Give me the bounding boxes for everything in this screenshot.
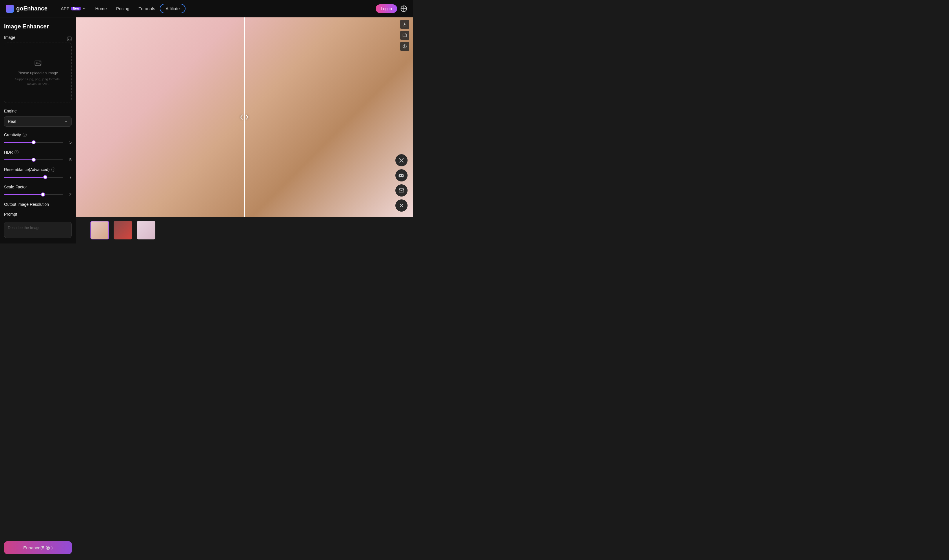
discord-button[interactable]	[395, 169, 408, 182]
info-icon[interactable]: ?	[14, 150, 18, 154]
svg-rect-15	[399, 189, 404, 192]
svg-point-3	[68, 39, 69, 40]
download-button[interactable]	[400, 20, 409, 29]
scale-factor-slider[interactable]	[4, 194, 63, 195]
creativity-slider[interactable]	[4, 142, 63, 143]
chevron-right-icon	[245, 114, 249, 120]
login-button[interactable]: Log in	[376, 5, 397, 13]
prompt-label: Prompt	[4, 212, 72, 217]
thumbnail-1[interactable]	[91, 221, 109, 239]
resemblance-label: Resemblance(Advanced)	[4, 167, 49, 172]
svg-rect-0	[67, 37, 71, 41]
nav-affiliate[interactable]: Affiliate	[160, 4, 186, 13]
upload-text: Please upload an image	[18, 71, 58, 75]
upload-hint: Supports jpg, png, jpeg formats, maximum…	[5, 77, 71, 86]
logo-text: goEnhance	[16, 5, 48, 12]
page-title: Image Enhancer	[4, 23, 72, 30]
compare-handle[interactable]	[240, 114, 249, 120]
add-image-icon	[402, 33, 407, 38]
engine-label: Engine	[4, 109, 72, 113]
nav-app[interactable]: APP New	[56, 4, 91, 13]
thumbnail-2[interactable]	[114, 221, 132, 239]
image-label: Image	[4, 35, 15, 40]
x-icon	[399, 158, 404, 163]
new-badge: New	[71, 7, 81, 11]
resemblance-value: 7	[67, 175, 72, 179]
close-icon	[399, 203, 404, 208]
info-button[interactable]	[400, 42, 409, 51]
preview-image	[76, 17, 413, 217]
close-button[interactable]	[395, 199, 408, 212]
dice-icon[interactable]	[67, 37, 72, 41]
chevron-left-icon	[240, 114, 244, 120]
upload-area[interactable]: Please upload an image Supports jpg, png…	[4, 43, 72, 103]
info-icon[interactable]: ?	[51, 168, 55, 172]
svg-point-11	[405, 45, 405, 46]
scale-factor-label: Scale Factor	[4, 185, 72, 189]
info-icon[interactable]: ?	[23, 133, 27, 137]
add-image-button[interactable]	[400, 31, 409, 40]
svg-point-1	[68, 38, 69, 38]
logo-icon	[6, 5, 14, 13]
svg-point-2	[70, 38, 71, 38]
svg-point-14	[402, 175, 403, 176]
svg-point-13	[400, 175, 401, 176]
upload-image-icon	[34, 59, 42, 67]
svg-point-4	[70, 39, 71, 40]
thumbnail-strip	[76, 217, 413, 243]
chevron-down-icon	[82, 7, 86, 11]
nav-tutorials[interactable]: Tutorials	[134, 4, 160, 13]
twitter-button[interactable]	[395, 154, 408, 166]
discord-icon	[398, 173, 405, 178]
chevron-down-icon	[65, 120, 68, 123]
nav-home[interactable]: Home	[91, 4, 111, 13]
email-icon	[399, 188, 404, 192]
thumbnail-3[interactable]	[137, 221, 155, 239]
resemblance-slider[interactable]	[4, 177, 63, 178]
hdr-label: HDR	[4, 150, 13, 154]
logo[interactable]: goEnhance	[6, 5, 48, 13]
creativity-label: Creativity	[4, 132, 21, 137]
download-icon	[402, 22, 407, 27]
email-button[interactable]	[395, 185, 408, 197]
creativity-value: 5	[67, 140, 72, 145]
engine-value: Real	[8, 119, 16, 124]
engine-select[interactable]: Real	[4, 116, 72, 127]
globe-icon[interactable]	[401, 6, 407, 12]
nav-app-label: APP	[61, 6, 69, 11]
hdr-value: 5	[67, 157, 72, 162]
hdr-slider[interactable]	[4, 159, 63, 160]
scale-factor-value: 2	[67, 192, 72, 197]
output-resolution-label: Output Image Resolution	[4, 202, 72, 207]
prompt-input[interactable]	[4, 222, 72, 238]
svg-point-6	[36, 62, 37, 63]
info-icon	[402, 44, 407, 49]
nav-pricing[interactable]: Pricing	[111, 4, 134, 13]
